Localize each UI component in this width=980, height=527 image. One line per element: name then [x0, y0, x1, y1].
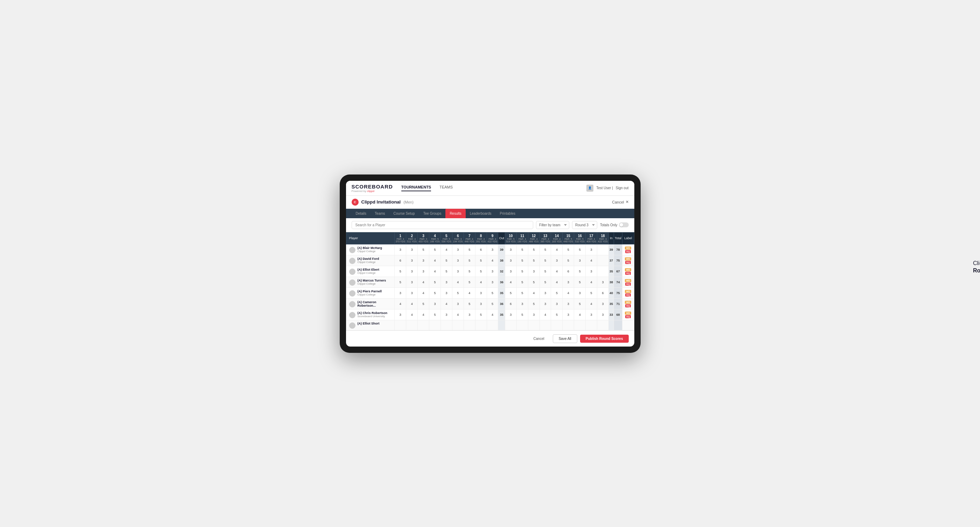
score-hole-8[interactable]: 5 [475, 309, 487, 320]
score-hole-13[interactable]: 5 [539, 266, 551, 276]
score-hole-1[interactable]: 5 [395, 266, 406, 276]
score-hole-15[interactable]: 5 [563, 244, 574, 255]
score-hole-17[interactable]: 5 [586, 287, 597, 298]
dq-badge[interactable]: DQ [625, 250, 631, 253]
tab-course-setup[interactable]: Course Setup [390, 209, 419, 218]
score-hole-13[interactable]: 4 [539, 309, 551, 320]
score-hole-16[interactable]: 5 [574, 276, 586, 287]
wd-badge[interactable]: WD [625, 268, 631, 271]
score-hole-2[interactable]: 3 [406, 287, 418, 298]
score-hole-10[interactable]: 3 [505, 266, 516, 276]
score-hole-7[interactable]: 5 [464, 255, 475, 266]
score-hole-8[interactable] [475, 320, 487, 330]
wd-badge[interactable]: WD [625, 279, 631, 282]
score-hole-5[interactable]: 5 [441, 255, 452, 266]
score-hole-3[interactable]: 4 [418, 309, 429, 320]
score-hole-10[interactable] [505, 320, 516, 330]
dq-badge[interactable]: DQ [625, 261, 631, 264]
score-hole-1[interactable]: 3 [395, 287, 406, 298]
score-hole-5[interactable]: 3 [441, 309, 452, 320]
score-hole-12[interactable]: 4 [528, 287, 539, 298]
score-hole-9[interactable]: 4 [487, 309, 498, 320]
score-hole-2[interactable]: 4 [406, 298, 418, 309]
score-hole-6[interactable]: 5 [452, 287, 464, 298]
score-hole-12[interactable] [528, 320, 539, 330]
cancel-top-button[interactable]: Cancel ✕ [612, 200, 628, 204]
score-hole-17[interactable]: 3 [586, 244, 597, 255]
dq-badge[interactable]: DQ [625, 272, 631, 275]
score-hole-4[interactable]: 5 [429, 276, 441, 287]
score-hole-13[interactable]: 5 [539, 276, 551, 287]
score-hole-11[interactable]: 5 [516, 309, 528, 320]
score-hole-7[interactable] [464, 320, 475, 330]
round-select[interactable]: Round 3 [572, 221, 597, 229]
score-hole-5[interactable]: 3 [441, 276, 452, 287]
score-hole-16[interactable] [574, 320, 586, 330]
tab-tee-groups[interactable]: Tee Groups [419, 209, 446, 218]
score-hole-4[interactable]: 4 [429, 266, 441, 276]
score-hole-6[interactable]: 4 [452, 276, 464, 287]
score-hole-3[interactable]: 3 [418, 255, 429, 266]
score-hole-14[interactable]: 5 [551, 287, 563, 298]
wd-badge[interactable]: WD [625, 246, 631, 250]
score-hole-8[interactable]: 3 [475, 287, 487, 298]
score-hole-6[interactable]: 3 [452, 244, 464, 255]
score-hole-5[interactable]: 4 [441, 298, 452, 309]
wd-badge[interactable]: WD [625, 311, 631, 315]
score-hole-11[interactable]: 5 [516, 287, 528, 298]
score-hole-6[interactable]: 3 [452, 255, 464, 266]
score-hole-14[interactable]: 4 [551, 276, 563, 287]
dq-badge[interactable]: DQ [625, 315, 631, 318]
score-hole-16[interactable]: 4 [574, 309, 586, 320]
score-hole-8[interactable]: 5 [475, 255, 487, 266]
tab-printables[interactable]: Printables [495, 209, 519, 218]
score-hole-4[interactable]: 5 [429, 287, 441, 298]
filter-by-team-select[interactable]: Filter by team [536, 221, 569, 229]
score-hole-17[interactable]: 3 [586, 266, 597, 276]
score-hole-15[interactable]: 3 [563, 298, 574, 309]
score-hole-2[interactable]: 3 [406, 266, 418, 276]
score-hole-18[interactable]: 3 [597, 298, 609, 309]
score-hole-17[interactable] [586, 320, 597, 330]
dq-badge[interactable]: DQ [625, 304, 631, 307]
score-hole-13[interactable]: 3 [539, 298, 551, 309]
score-hole-18[interactable]: 6 [597, 287, 609, 298]
score-hole-9[interactable]: 3 [487, 276, 498, 287]
score-hole-14[interactable] [551, 320, 563, 330]
score-hole-6[interactable]: 4 [452, 309, 464, 320]
score-hole-15[interactable]: 3 [563, 276, 574, 287]
score-hole-9[interactable]: 5 [487, 298, 498, 309]
score-hole-12[interactable]: 5 [528, 255, 539, 266]
score-hole-18[interactable] [597, 244, 609, 255]
score-hole-16[interactable]: 3 [574, 255, 586, 266]
score-hole-10[interactable]: 3 [505, 309, 516, 320]
totals-only-toggle[interactable] [619, 222, 629, 227]
sign-out-link[interactable]: Sign out [616, 186, 629, 190]
score-hole-5[interactable]: 4 [441, 244, 452, 255]
score-hole-12[interactable]: 5 [528, 244, 539, 255]
score-hole-8[interactable]: 5 [475, 266, 487, 276]
score-hole-3[interactable]: 5 [418, 298, 429, 309]
score-hole-4[interactable]: 3 [429, 298, 441, 309]
score-hole-11[interactable]: 5 [516, 276, 528, 287]
score-hole-1[interactable]: 6 [395, 255, 406, 266]
score-hole-10[interactable]: 3 [505, 255, 516, 266]
score-hole-10[interactable]: 5 [505, 287, 516, 298]
score-hole-11[interactable]: 5 [516, 255, 528, 266]
score-hole-18[interactable] [597, 266, 609, 276]
score-hole-7[interactable]: 4 [464, 287, 475, 298]
score-hole-17[interactable]: 4 [586, 255, 597, 266]
score-hole-12[interactable]: 5 [528, 276, 539, 287]
score-hole-5[interactable] [441, 320, 452, 330]
score-hole-14[interactable]: 3 [551, 298, 563, 309]
score-hole-3[interactable]: 5 [418, 244, 429, 255]
score-hole-15[interactable]: 6 [563, 266, 574, 276]
score-hole-10[interactable]: 6 [505, 298, 516, 309]
score-hole-1[interactable]: 5 [395, 276, 406, 287]
score-hole-18[interactable] [597, 320, 609, 330]
score-hole-15[interactable] [563, 320, 574, 330]
score-hole-14[interactable]: 3 [551, 255, 563, 266]
save-all-button[interactable]: Save All [553, 334, 577, 343]
score-hole-17[interactable]: 4 [586, 276, 597, 287]
score-hole-15[interactable]: 5 [563, 255, 574, 266]
